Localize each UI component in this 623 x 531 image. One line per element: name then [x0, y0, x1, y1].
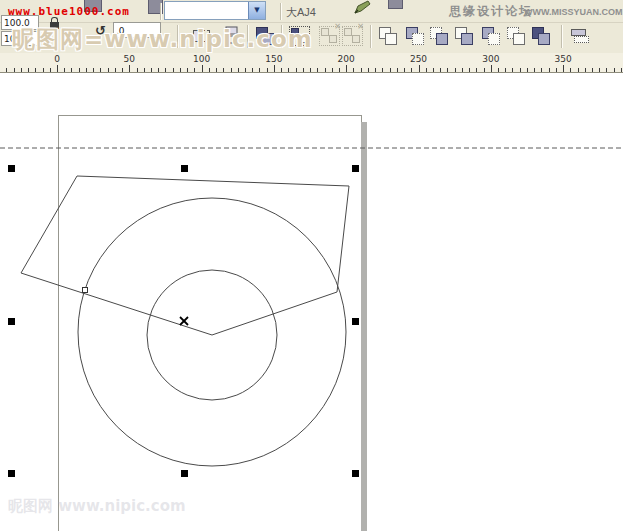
ruler-tick	[556, 68, 557, 72]
ruler-tick	[469, 68, 470, 72]
ruler-tick	[180, 68, 181, 72]
ruler-tick	[505, 68, 506, 72]
front-minus-back-button[interactable]	[480, 25, 503, 47]
watermark-missyuan-url: WWW.MISSYUAN.COM	[524, 7, 623, 17]
simplify-button[interactable]	[453, 25, 476, 47]
rotation-angle-input[interactable]	[113, 22, 161, 38]
ruler-tick	[375, 68, 376, 72]
ruler-tick	[187, 68, 188, 72]
ruler-tick	[100, 68, 101, 72]
mirror-vertical-button[interactable]	[221, 25, 243, 48]
ruler-tick	[606, 68, 607, 72]
ungroup-button[interactable]: ×	[318, 25, 341, 47]
ruler-tick	[332, 68, 333, 72]
watermark-blue1000: www.blue1000.com	[8, 5, 130, 18]
scale-y-input[interactable]	[1, 31, 39, 46]
selection-handle[interactable]	[181, 470, 188, 477]
intersect-button[interactable]	[428, 25, 451, 47]
ruler-tick	[498, 68, 499, 72]
selection-handle[interactable]	[8, 470, 15, 477]
selection-handle[interactable]	[352, 165, 359, 172]
drawing-canvas[interactable]	[0, 73, 623, 531]
ruler-tick	[64, 68, 65, 72]
page-boundary	[58, 115, 362, 531]
toolbar-partial-icon[interactable]	[388, 0, 403, 9]
ruler-tick	[346, 65, 347, 72]
ruler-tick	[274, 65, 275, 72]
ruler-tick	[245, 68, 246, 72]
ruler-tick	[71, 68, 72, 72]
selection-handle[interactable]	[8, 165, 15, 172]
ruler-tick	[462, 68, 463, 72]
ruler-tick	[433, 68, 434, 72]
ruler-tick	[129, 65, 130, 72]
ruler-tick	[534, 68, 535, 72]
selection-handle[interactable]	[352, 470, 359, 477]
chevron-down-icon[interactable]: ▼	[248, 2, 265, 19]
ruler-tick	[527, 68, 528, 72]
ruler-tick	[476, 68, 477, 72]
ruler-tick	[549, 68, 550, 72]
ruler-tick	[368, 68, 369, 72]
back-minus-front-button[interactable]	[505, 25, 528, 47]
ruler-tick	[621, 68, 622, 72]
ruler-tick	[563, 65, 564, 72]
ruler-tick	[541, 68, 542, 72]
ruler-label: 150	[265, 54, 282, 64]
ruler-tick	[390, 68, 391, 72]
separator	[177, 25, 179, 48]
ruler-tick	[108, 68, 109, 72]
ruler-tick	[115, 68, 116, 72]
ruler-tick	[599, 68, 600, 72]
ruler-label: 50	[124, 54, 135, 64]
ruler-label: 300	[482, 54, 499, 64]
ruler-tick	[35, 68, 36, 72]
ruler-label: 100	[193, 54, 210, 64]
group-button[interactable]	[288, 25, 311, 47]
ruler-tick	[28, 68, 29, 72]
units-dropdown[interactable]: ▼	[164, 1, 266, 20]
separator	[280, 3, 282, 20]
outline-pen-icon[interactable]	[352, 0, 372, 16]
separator	[247, 25, 249, 48]
horizontal-ruler[interactable]: 050100150200250300350	[0, 53, 623, 73]
percent-label: %	[42, 32, 52, 44]
ruler-tick	[397, 68, 398, 72]
selection-handle[interactable]	[181, 165, 188, 172]
ruler-tick	[238, 68, 239, 72]
ruler-tick	[382, 68, 383, 72]
ruler-tick	[288, 68, 289, 72]
ruler-tick	[50, 68, 51, 72]
separator	[561, 25, 563, 48]
create-boundary-button[interactable]	[530, 25, 553, 47]
ruler-tick	[570, 68, 571, 72]
separator	[160, 3, 162, 20]
coreldraw-window: ▼ 大AJ4 % ↺ × ×	[0, 0, 623, 531]
ruler-tick	[14, 68, 15, 72]
ruler-tick	[252, 68, 253, 72]
separator	[370, 25, 372, 48]
ruler-tick	[144, 68, 145, 72]
trim-button[interactable]	[404, 25, 427, 47]
separator	[281, 25, 283, 48]
ruler-tick	[79, 68, 80, 72]
ruler-tick	[281, 68, 282, 72]
ruler-tick	[296, 68, 297, 72]
combine-button[interactable]	[254, 25, 277, 47]
ruler-label: 250	[410, 54, 427, 64]
ruler-tick	[411, 68, 412, 72]
ruler-tick	[404, 68, 405, 72]
mirror-horizontal-button[interactable]	[191, 25, 214, 47]
ruler-tick	[267, 68, 268, 72]
ruler-tick	[419, 65, 420, 72]
ruler-label: 0	[54, 54, 60, 64]
scale-lock-icon[interactable]	[50, 22, 59, 29]
selection-handle[interactable]	[8, 318, 15, 325]
weld-button[interactable]	[377, 25, 400, 47]
ruler-tick	[585, 68, 586, 72]
convert-to-curves-button[interactable]	[568, 25, 591, 47]
selection-handle[interactable]	[352, 318, 359, 325]
ruler-tick	[216, 68, 217, 72]
ungroup-all-button[interactable]: ×	[341, 25, 364, 47]
ruler-tick	[484, 68, 485, 72]
